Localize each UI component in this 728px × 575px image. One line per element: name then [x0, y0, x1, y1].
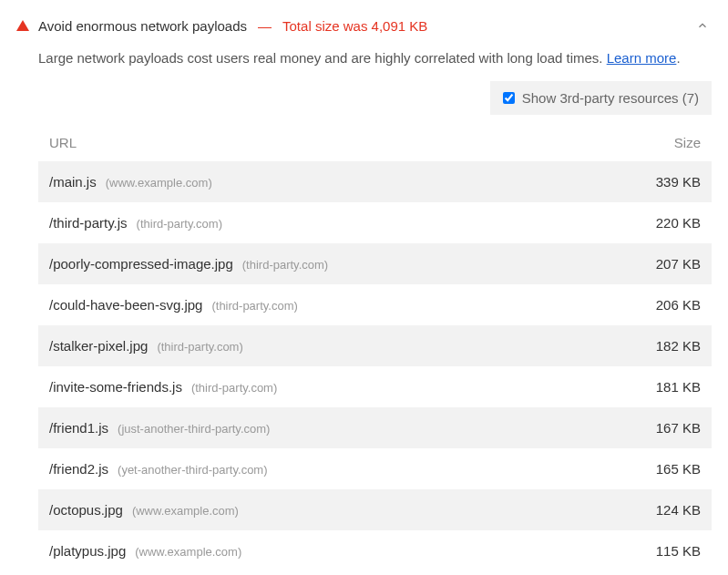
table-row: /third-party.js(third-party.com)220 KB — [38, 202, 712, 243]
cell-size: 206 KB — [619, 297, 701, 313]
table-header-row: URL Size — [38, 120, 712, 161]
resource-host: (third-party.com) — [191, 381, 277, 395]
cell-size: 182 KB — [619, 338, 701, 354]
resource-path: /friend2.js — [49, 461, 108, 477]
resource-path: /friend1.js — [49, 420, 108, 436]
resource-host: (third-party.com) — [137, 217, 222, 231]
cell-url: /friend1.js(just-another-third-party.com… — [49, 420, 619, 436]
audit-header[interactable]: Avoid enormous network payloads — Total … — [16, 0, 712, 44]
cell-url: /octopus.jpg(www.example.com) — [49, 502, 619, 518]
resource-host: (third-party.com) — [157, 340, 242, 354]
table-row: /invite-some-friends.js(third-party.com)… — [38, 366, 712, 407]
cell-size: 220 KB — [619, 215, 701, 231]
resource-host: (www.example.com) — [132, 504, 239, 518]
cell-size: 181 KB — [619, 379, 701, 395]
cell-size: 339 KB — [619, 174, 701, 190]
resource-host: (www.example.com) — [106, 176, 212, 190]
controls-row: Show 3rd-party resources (7) — [38, 81, 712, 115]
audit-panel: Avoid enormous network payloads — Total … — [0, 0, 728, 575]
resource-host: (third-party.com) — [211, 299, 297, 313]
learn-more-link[interactable]: Learn more — [607, 50, 677, 66]
resource-host: (yet-another-third-party.com) — [118, 463, 267, 477]
resource-path: /third-party.js — [49, 215, 128, 231]
cell-size: 207 KB — [619, 256, 701, 272]
resource-host: (third-party.com) — [242, 258, 328, 272]
fail-triangle-icon — [16, 20, 29, 31]
column-header-size: Size — [619, 135, 701, 150]
cell-url: /poorly-compressed-image.jpg(third-party… — [49, 256, 619, 272]
cell-size: 167 KB — [619, 420, 701, 436]
resource-path: /invite-some-friends.js — [49, 379, 182, 395]
audit-title: Avoid enormous network payloads — [38, 18, 247, 34]
resource-path: /octopus.jpg — [49, 502, 123, 518]
table-row: /stalker-pixel.jpg(third-party.com)182 K… — [38, 325, 712, 366]
third-party-label: Show 3rd-party resources (7) — [522, 90, 699, 106]
resource-path: /main.js — [49, 174, 97, 190]
cell-url: /could-have-been-svg.jpg(third-party.com… — [49, 297, 619, 313]
description-text-before: Large network payloads cost users real m… — [38, 50, 607, 66]
description-text-after: . — [676, 50, 680, 66]
table-row: /friend1.js(just-another-third-party.com… — [38, 407, 712, 448]
cell-size: 115 KB — [619, 543, 701, 559]
table-row: /main.js(www.example.com)339 KB — [38, 161, 712, 202]
audit-body: Large network payloads cost users real m… — [16, 44, 712, 571]
table-row: /friend2.js(yet-another-third-party.com)… — [38, 448, 712, 489]
third-party-checkbox[interactable] — [503, 92, 515, 104]
table-row: /platypus.jpg(www.example.com)115 KB — [38, 530, 712, 571]
table-row: /octopus.jpg(www.example.com)124 KB — [38, 489, 712, 530]
resource-path: /platypus.jpg — [49, 543, 126, 559]
table-body: /main.js(www.example.com)339 KB/third-pa… — [38, 161, 712, 571]
resource-path: /poorly-compressed-image.jpg — [49, 256, 233, 272]
resource-host: (www.example.com) — [135, 545, 241, 559]
cell-url: /friend2.js(yet-another-third-party.com) — [49, 461, 619, 477]
column-header-url: URL — [49, 135, 619, 150]
cell-url: /third-party.js(third-party.com) — [49, 215, 619, 231]
chevron-up-icon[interactable] — [693, 16, 712, 35]
audit-description: Large network payloads cost users real m… — [38, 44, 712, 68]
table-row: /could-have-been-svg.jpg(third-party.com… — [38, 284, 712, 325]
resource-path: /stalker-pixel.jpg — [49, 338, 148, 354]
cell-url: /invite-some-friends.js(third-party.com) — [49, 379, 619, 395]
audit-status: Total size was 4,091 KB — [282, 18, 427, 34]
third-party-toggle[interactable]: Show 3rd-party resources (7) — [490, 81, 712, 115]
cell-size: 124 KB — [619, 502, 701, 518]
resource-path: /could-have-been-svg.jpg — [49, 297, 202, 313]
separator-dash: — — [258, 18, 272, 34]
cell-url: /platypus.jpg(www.example.com) — [49, 543, 619, 559]
resource-host: (just-another-third-party.com) — [118, 422, 270, 436]
table-row: /poorly-compressed-image.jpg(third-party… — [38, 243, 712, 284]
cell-size: 165 KB — [619, 461, 701, 477]
cell-url: /main.js(www.example.com) — [49, 174, 619, 190]
cell-url: /stalker-pixel.jpg(third-party.com) — [49, 338, 619, 354]
